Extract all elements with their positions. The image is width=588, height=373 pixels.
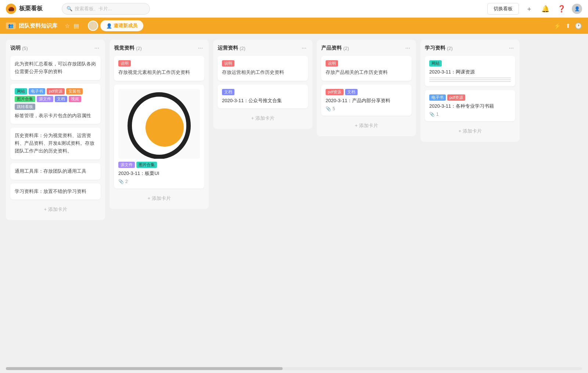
user-avatar[interactable]: 👤	[572, 4, 582, 14]
column-title-text: 产品资料	[321, 45, 342, 51]
attach-count: 2	[125, 179, 128, 184]
column-count: (2)	[343, 46, 349, 51]
card-title: 2020-3-11：网课资源	[429, 69, 511, 75]
card-tag: 说明	[222, 60, 234, 67]
column-count: (2)	[240, 46, 245, 51]
search-icon: 🔍	[67, 6, 72, 11]
card[interactable]: 源文件图片合集2020-3-11：板栗UI📎2	[114, 85, 204, 189]
help-icon[interactable]: ❓	[556, 3, 567, 15]
add-card-button[interactable]: + 添加卡片	[425, 125, 515, 137]
card[interactable]: 文档2020-3-11：公众号推文合集	[218, 85, 308, 108]
svg-point-1	[146, 108, 184, 147]
attach-icon: 📎	[326, 106, 331, 111]
add-card-button[interactable]: + 添加卡片	[321, 119, 412, 132]
card-tag: 图片合集	[136, 162, 157, 168]
card[interactable]: pdf资源文档2020-3-11：产品内部分享资料📎5	[321, 85, 412, 116]
tags-row: 说明	[118, 60, 200, 67]
card[interactable]: 说明存放视觉元素相关的工作历史资料	[114, 56, 204, 81]
column-title-text: 运营资料	[218, 45, 238, 51]
tags-row: 源文件图片合集	[118, 162, 200, 168]
card-text: 存放产品相关的工作历史资料	[326, 69, 407, 76]
invite-button[interactable]: 👤 邀请新成员	[100, 20, 143, 31]
card-tag: 视频	[69, 96, 81, 102]
filter-icon[interactable]: ⚡	[554, 22, 561, 29]
card[interactable]: 电子书pdf资源2020-3-11：各种专业学习书籍📎1	[425, 90, 515, 121]
search-placeholder: 搜索看板、卡片...	[75, 6, 112, 12]
board-nav-actions: ☆ ▤	[65, 22, 79, 29]
card-tag: 源文件	[118, 162, 135, 168]
card[interactable]: 网站电子书pdf资源安装包图片合集源文件文档视频跳转看板标签管理，表示卡片包含的…	[10, 84, 101, 124]
column-product: 产品资料 (2)···说明存放产品相关的工作历史资料pdf资源文档2020-3-…	[317, 40, 416, 136]
share-icon[interactable]: ⬆	[566, 22, 570, 29]
card-tag: 网站	[15, 88, 27, 94]
card[interactable]: 通用工具库：存放团队的通用工具	[10, 163, 101, 180]
invite-label: 邀请新成员	[114, 22, 137, 29]
card-tag: 图片合集	[15, 96, 35, 102]
add-icon[interactable]: ＋	[523, 3, 535, 15]
card-lines-decoration	[429, 78, 511, 82]
card-tag: 网站	[429, 60, 442, 67]
column-count: (2)	[447, 46, 453, 51]
card-tag: 源文件	[37, 96, 53, 102]
notification-icon[interactable]: 🔔	[539, 3, 551, 15]
column-header: 运营资料 (2)···	[218, 44, 308, 52]
column-menu-button[interactable]: ···	[508, 44, 515, 52]
tags-row: 文档	[222, 89, 304, 95]
card[interactable]: 网站2020-3-11：网课资源	[425, 56, 515, 86]
card-text: 历史资料库：分为视觉资料、运营资料、产品资料、开发&测试资料。存放团队工作产出的…	[15, 132, 96, 155]
nav-actions: 切换看板 ＋ 🔔 ❓ 👤	[487, 3, 582, 15]
card-tag: pdf资源	[47, 88, 65, 94]
tags-row: 说明	[326, 60, 407, 67]
search-bar[interactable]: 🔍 搜索看板、卡片...	[62, 3, 150, 15]
list-icon[interactable]: ▤	[74, 22, 79, 29]
horizontal-scrollbar[interactable]	[6, 367, 582, 370]
star-icon[interactable]: ☆	[65, 22, 70, 29]
add-card-button[interactable]: + 添加卡片	[218, 112, 308, 125]
column-title-text: 说明	[10, 45, 21, 51]
card[interactable]: 说明存放产品相关的工作历史资料	[321, 56, 412, 81]
board-nav: 👥 团队资料知识库 ☆ ▤ 👤 邀请新成员 ⚡ ⬆ 🕐	[0, 18, 588, 34]
card-text: 此为资料汇总看板，可以存放团队各岗位需要公开分享的资料	[15, 60, 96, 76]
card-title: 2020-3-11：板栗UI	[118, 170, 200, 177]
columns-wrapper: 说明 (5)···此为资料汇总看板，可以存放团队各岗位需要公开分享的资料网站电子…	[0, 34, 588, 367]
card-title: 2020-3-11：各种专业学习书籍	[429, 103, 511, 110]
card-title: 2020-3-11：产品内部分享资料	[326, 97, 407, 104]
card-meta: 📎2	[118, 179, 200, 184]
card[interactable]: 学习资料库：放置不错的学习资料	[10, 183, 101, 200]
card-title: 2020-3-11：公众号推文合集	[222, 97, 304, 104]
card-text: 存放视觉元素相关的工作历史资料	[118, 69, 200, 76]
column-title: 运营资料 (2)	[218, 45, 245, 51]
add-card-button[interactable]: + 添加卡片	[114, 192, 204, 205]
card[interactable]: 说明存放运营相关的工作历史资料	[218, 56, 308, 81]
tags-row: 说明	[222, 60, 304, 67]
card-subtext: 标签管理，表示卡片包含的内容属性	[15, 112, 96, 120]
column-menu-button[interactable]: ···	[300, 44, 308, 52]
clock-icon[interactable]: 🕐	[575, 22, 582, 29]
card[interactable]: 历史资料库：分为视觉资料、运营资料、产品资料、开发&测试资料。存放团队工作产出的…	[10, 128, 101, 159]
card-tag: 文档	[55, 96, 67, 102]
tags-row: 网站电子书pdf资源安装包图片合集源文件文档视频跳转看板	[15, 88, 96, 110]
column-menu-button[interactable]: ···	[93, 44, 101, 52]
card-tag: 跳转看板	[15, 104, 35, 110]
card-tag: 文档	[222, 89, 234, 95]
column-header: 产品资料 (2)···	[321, 44, 412, 52]
column-ops: 运营资料 (2)···说明存放运营相关的工作历史资料文档2020-3-11：公众…	[213, 40, 312, 129]
card-meta: 📎1	[429, 112, 511, 117]
team-icon: 👥	[6, 22, 16, 29]
column-menu-button[interactable]: ···	[404, 44, 412, 52]
card-meta: 📎5	[326, 106, 407, 111]
board-title: 团队资料知识库	[19, 22, 57, 29]
column-menu-button[interactable]: ···	[197, 44, 204, 52]
switch-board-button[interactable]: 切换看板	[487, 3, 519, 15]
card-tag: 电子书	[29, 88, 45, 94]
column-title: 产品资料 (2)	[321, 45, 349, 51]
column-title: 学习资料 (2)	[425, 45, 453, 51]
add-card-button[interactable]: + 添加卡片	[10, 203, 101, 216]
card-tag: 说明	[118, 60, 131, 67]
card-tag: 说明	[326, 60, 338, 67]
column-header: 学习资料 (2)···	[425, 44, 515, 52]
attach-icon: 📎	[118, 179, 124, 184]
card-tag: 电子书	[429, 94, 446, 101]
card[interactable]: 此为资料汇总看板，可以存放团队各岗位需要公开分享的资料	[10, 56, 101, 80]
tags-row: 电子书pdf资源	[429, 94, 511, 101]
